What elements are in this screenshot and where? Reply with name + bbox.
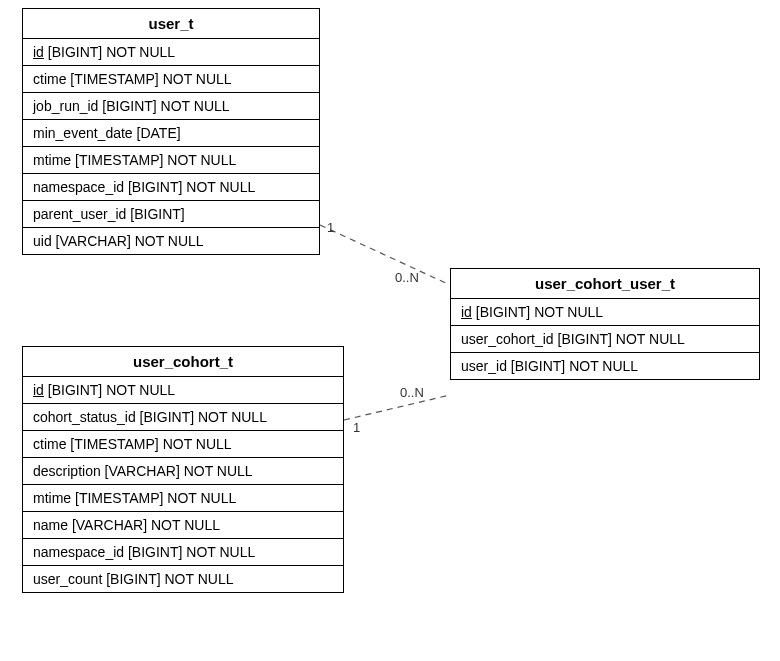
field-row: mtime [TIMESTAMP] NOT NULL	[23, 485, 343, 512]
field-type: [TIMESTAMP] NOT NULL	[66, 436, 231, 452]
field-name: ctime	[33, 71, 66, 87]
field-type: [BIGINT] NOT NULL	[44, 382, 175, 398]
field-name: parent_user_id	[33, 206, 126, 222]
field-type: [BIGINT]	[126, 206, 184, 222]
field-name: ctime	[33, 436, 66, 452]
field-name: uid	[33, 233, 52, 249]
field-type: [VARCHAR] NOT NULL	[68, 517, 220, 533]
field-name: job_run_id	[33, 98, 98, 114]
field-type: [BIGINT] NOT NULL	[124, 544, 255, 560]
field-name: namespace_id	[33, 544, 124, 560]
field-row: description [VARCHAR] NOT NULL	[23, 458, 343, 485]
field-row: name [VARCHAR] NOT NULL	[23, 512, 343, 539]
field-type: [BIGINT] NOT NULL	[98, 98, 229, 114]
entity-user_cohort_t: user_cohort_tid [BIGINT] NOT NULLcohort_…	[22, 346, 344, 593]
field-row: namespace_id [BIGINT] NOT NULL	[23, 174, 319, 201]
field-name: id	[461, 304, 472, 320]
field-type: [BIGINT] NOT NULL	[102, 571, 233, 587]
field-name: user_cohort_id	[461, 331, 554, 347]
field-type: [BIGINT] NOT NULL	[44, 44, 175, 60]
field-type: [BIGINT] NOT NULL	[554, 331, 685, 347]
field-row: ctime [TIMESTAMP] NOT NULL	[23, 431, 343, 458]
cardinality-label: 1	[327, 220, 334, 235]
field-name: user_count	[33, 571, 102, 587]
field-type: [BIGINT] NOT NULL	[507, 358, 638, 374]
field-name: description	[33, 463, 101, 479]
relation-line	[344, 395, 450, 420]
field-name: user_id	[461, 358, 507, 374]
field-type: [TIMESTAMP] NOT NULL	[66, 71, 231, 87]
field-row: uid [VARCHAR] NOT NULL	[23, 228, 319, 254]
field-row: job_run_id [BIGINT] NOT NULL	[23, 93, 319, 120]
field-name: id	[33, 382, 44, 398]
field-row: id [BIGINT] NOT NULL	[451, 299, 759, 326]
field-row: id [BIGINT] NOT NULL	[23, 39, 319, 66]
entity-user_cohort_user_t: user_cohort_user_tid [BIGINT] NOT NULLus…	[450, 268, 760, 380]
field-type: [TIMESTAMP] NOT NULL	[71, 490, 236, 506]
field-type: [TIMESTAMP] NOT NULL	[71, 152, 236, 168]
cardinality-label: 0..N	[395, 270, 419, 285]
field-type: [DATE]	[133, 125, 181, 141]
field-name: mtime	[33, 490, 71, 506]
relation-line	[320, 225, 450, 285]
entity-title: user_cohort_user_t	[451, 269, 759, 299]
cardinality-label: 1	[353, 420, 360, 435]
field-name: mtime	[33, 152, 71, 168]
field-row: ctime [TIMESTAMP] NOT NULL	[23, 66, 319, 93]
field-row: user_id [BIGINT] NOT NULL	[451, 353, 759, 379]
field-row: id [BIGINT] NOT NULL	[23, 377, 343, 404]
field-row: cohort_status_id [BIGINT] NOT NULL	[23, 404, 343, 431]
field-name: namespace_id	[33, 179, 124, 195]
field-name: min_event_date	[33, 125, 133, 141]
field-row: user_cohort_id [BIGINT] NOT NULL	[451, 326, 759, 353]
entity-user_t: user_tid [BIGINT] NOT NULLctime [TIMESTA…	[22, 8, 320, 255]
cardinality-label: 0..N	[400, 385, 424, 400]
field-type: [BIGINT] NOT NULL	[124, 179, 255, 195]
field-row: mtime [TIMESTAMP] NOT NULL	[23, 147, 319, 174]
field-row: min_event_date [DATE]	[23, 120, 319, 147]
field-type: [VARCHAR] NOT NULL	[101, 463, 253, 479]
field-type: [BIGINT] NOT NULL	[136, 409, 267, 425]
field-type: [BIGINT] NOT NULL	[472, 304, 603, 320]
field-type: [VARCHAR] NOT NULL	[52, 233, 204, 249]
field-row: user_count [BIGINT] NOT NULL	[23, 566, 343, 592]
field-name: name	[33, 517, 68, 533]
field-row: parent_user_id [BIGINT]	[23, 201, 319, 228]
field-row: namespace_id [BIGINT] NOT NULL	[23, 539, 343, 566]
field-name: cohort_status_id	[33, 409, 136, 425]
entity-title: user_cohort_t	[23, 347, 343, 377]
entity-title: user_t	[23, 9, 319, 39]
field-name: id	[33, 44, 44, 60]
